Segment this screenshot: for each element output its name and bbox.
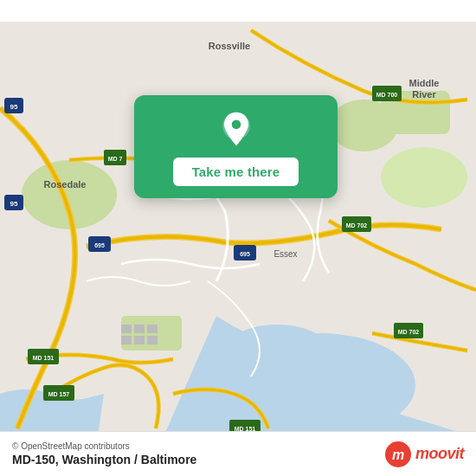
map-container: 95 95 695 695 MD 7 MD 700 MD 702 MD 702 … <box>0 0 476 476</box>
svg-text:Essex: Essex <box>273 249 297 259</box>
svg-rect-11 <box>121 336 132 344</box>
svg-text:Middle: Middle <box>409 78 440 88</box>
svg-text:95: 95 <box>10 103 18 111</box>
moovit-icon: m <box>384 441 412 468</box>
svg-text:River: River <box>412 89 436 100</box>
svg-text:MD 700: MD 700 <box>376 92 398 98</box>
location-card: Take me there <box>134 95 338 198</box>
svg-point-43 <box>231 120 241 130</box>
svg-text:Rosedale: Rosedale <box>44 179 87 190</box>
svg-text:695: 695 <box>94 242 105 248</box>
svg-rect-9 <box>134 325 145 333</box>
take-me-there-button[interactable]: Take me there <box>173 158 299 186</box>
svg-text:MD 151: MD 151 <box>33 355 55 361</box>
svg-rect-12 <box>134 336 145 344</box>
svg-text:MD 702: MD 702 <box>346 222 368 228</box>
svg-text:695: 695 <box>240 251 250 257</box>
svg-text:m: m <box>392 447 404 462</box>
svg-point-6 <box>381 147 467 208</box>
svg-rect-13 <box>147 336 158 344</box>
osm-credit: © OpenStreetMap contributors <box>12 441 196 451</box>
location-pin-icon <box>217 111 255 149</box>
route-info: MD-150, Washington / Baltimore <box>12 453 196 466</box>
map-svg: 95 95 695 695 MD 7 MD 700 MD 702 MD 702 … <box>0 0 476 476</box>
svg-text:95: 95 <box>10 200 18 208</box>
svg-text:MD 157: MD 157 <box>48 391 70 397</box>
bottom-info: © OpenStreetMap contributors MD-150, Was… <box>12 441 196 466</box>
svg-rect-8 <box>121 325 132 333</box>
svg-rect-10 <box>147 325 158 333</box>
moovit-text: moovit <box>415 445 464 463</box>
svg-text:MD 7: MD 7 <box>108 156 123 162</box>
svg-text:MD 702: MD 702 <box>398 329 420 335</box>
svg-text:Rossville: Rossville <box>209 41 250 51</box>
moovit-logo: m moovit <box>384 441 464 468</box>
bottom-bar: © OpenStreetMap contributors MD-150, Was… <box>0 431 476 476</box>
